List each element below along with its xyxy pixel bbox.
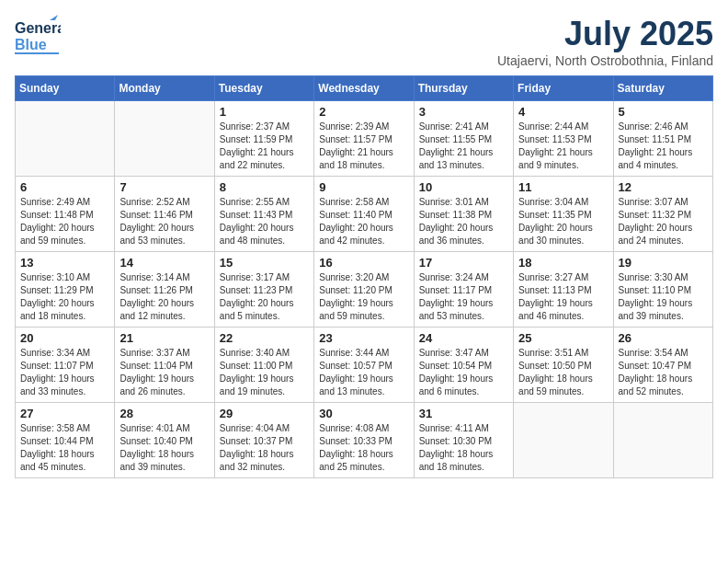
day-number: 20 bbox=[20, 331, 109, 345]
day-info: Sunrise: 3:34 AM Sunset: 11:07 PM Daylig… bbox=[20, 347, 109, 398]
calendar-cell: 8Sunrise: 2:55 AM Sunset: 11:43 PM Dayli… bbox=[214, 177, 313, 252]
calendar-cell: 29Sunrise: 4:04 AM Sunset: 10:37 PM Dayl… bbox=[214, 403, 313, 478]
calendar-cell: 18Sunrise: 3:27 AM Sunset: 11:13 PM Dayl… bbox=[514, 252, 613, 327]
day-info: Sunrise: 3:24 AM Sunset: 11:17 PM Daylig… bbox=[419, 271, 508, 323]
day-number: 6 bbox=[20, 180, 109, 194]
day-number: 16 bbox=[319, 256, 408, 270]
day-info: Sunrise: 2:39 AM Sunset: 11:57 PM Daylig… bbox=[319, 121, 408, 172]
day-info: Sunrise: 2:58 AM Sunset: 11:40 PM Daylig… bbox=[319, 196, 408, 247]
day-number: 21 bbox=[119, 331, 209, 345]
calendar-cell: 5Sunrise: 2:46 AM Sunset: 11:51 PM Dayli… bbox=[613, 101, 712, 177]
day-info: Sunrise: 3:04 AM Sunset: 11:35 PM Daylig… bbox=[518, 196, 608, 247]
day-info: Sunrise: 3:37 AM Sunset: 11:04 PM Daylig… bbox=[119, 347, 209, 398]
calendar-cell: 11Sunrise: 3:04 AM Sunset: 11:35 PM Dayl… bbox=[514, 177, 613, 252]
day-number: 29 bbox=[220, 407, 309, 420]
calendar-cell: 7Sunrise: 2:52 AM Sunset: 11:46 PM Dayli… bbox=[115, 177, 214, 252]
calendar-cell: 27Sunrise: 3:58 AM Sunset: 10:44 PM Dayl… bbox=[16, 403, 115, 478]
weekday-tuesday: Tuesday bbox=[214, 76, 313, 101]
day-info: Sunrise: 4:01 AM Sunset: 10:40 PM Daylig… bbox=[119, 422, 209, 474]
calendar-cell: 19Sunrise: 3:30 AM Sunset: 11:10 PM Dayl… bbox=[613, 252, 712, 327]
calendar-cell: 22Sunrise: 3:40 AM Sunset: 11:00 PM Dayl… bbox=[214, 327, 313, 403]
day-number: 23 bbox=[319, 331, 408, 345]
day-number: 13 bbox=[20, 256, 109, 270]
calendar-cell: 14Sunrise: 3:14 AM Sunset: 11:26 PM Dayl… bbox=[115, 252, 214, 327]
week-row-1: 1Sunrise: 2:37 AM Sunset: 11:59 PM Dayli… bbox=[16, 101, 713, 177]
day-info: Sunrise: 3:10 AM Sunset: 11:29 PM Daylig… bbox=[20, 271, 109, 323]
calendar-cell: 28Sunrise: 4:01 AM Sunset: 10:40 PM Dayl… bbox=[115, 403, 214, 478]
day-number: 2 bbox=[319, 105, 408, 119]
day-info: Sunrise: 2:52 AM Sunset: 11:46 PM Daylig… bbox=[119, 196, 209, 247]
calendar-body: 1Sunrise: 2:37 AM Sunset: 11:59 PM Dayli… bbox=[16, 101, 713, 478]
day-info: Sunrise: 2:55 AM Sunset: 11:43 PM Daylig… bbox=[220, 196, 309, 247]
day-number: 15 bbox=[220, 256, 309, 270]
day-number: 5 bbox=[619, 105, 708, 119]
weekday-wednesday: Wednesday bbox=[314, 76, 414, 101]
day-number: 14 bbox=[119, 256, 209, 270]
weekday-header-row: SundayMondayTuesdayWednesdayThursdayFrid… bbox=[16, 76, 713, 101]
calendar-cell: 12Sunrise: 3:07 AM Sunset: 11:32 PM Dayl… bbox=[613, 177, 712, 252]
day-number: 27 bbox=[20, 407, 109, 420]
day-info: Sunrise: 3:54 AM Sunset: 10:47 PM Daylig… bbox=[619, 347, 708, 398]
calendar-cell: 20Sunrise: 3:34 AM Sunset: 11:07 PM Dayl… bbox=[16, 327, 115, 403]
calendar-cell: 10Sunrise: 3:01 AM Sunset: 11:38 PM Dayl… bbox=[414, 177, 513, 252]
day-info: Sunrise: 2:49 AM Sunset: 11:48 PM Daylig… bbox=[20, 196, 109, 247]
week-row-3: 13Sunrise: 3:10 AM Sunset: 11:29 PM Dayl… bbox=[16, 252, 713, 327]
day-info: Sunrise: 3:30 AM Sunset: 11:10 PM Daylig… bbox=[619, 271, 708, 323]
calendar-cell: 17Sunrise: 3:24 AM Sunset: 11:17 PM Dayl… bbox=[414, 252, 513, 327]
day-info: Sunrise: 4:11 AM Sunset: 10:30 PM Daylig… bbox=[419, 422, 508, 474]
calendar-cell: 23Sunrise: 3:44 AM Sunset: 10:57 PM Dayl… bbox=[314, 327, 414, 403]
day-number: 19 bbox=[619, 256, 708, 270]
day-info: Sunrise: 3:14 AM Sunset: 11:26 PM Daylig… bbox=[119, 271, 209, 323]
calendar-cell: 15Sunrise: 3:17 AM Sunset: 11:23 PM Dayl… bbox=[214, 252, 313, 327]
day-number: 31 bbox=[419, 407, 508, 420]
calendar-cell: 3Sunrise: 2:41 AM Sunset: 11:55 PM Dayli… bbox=[414, 101, 513, 177]
day-info: Sunrise: 3:47 AM Sunset: 10:54 PM Daylig… bbox=[419, 347, 508, 398]
day-info: Sunrise: 2:41 AM Sunset: 11:55 PM Daylig… bbox=[419, 121, 508, 172]
calendar-cell: 26Sunrise: 3:54 AM Sunset: 10:47 PM Dayl… bbox=[613, 327, 712, 403]
calendar-cell bbox=[613, 403, 712, 478]
logo: General Blue bbox=[15, 15, 61, 59]
svg-text:General: General bbox=[15, 20, 61, 36]
calendar-cell bbox=[514, 403, 613, 478]
day-number: 12 bbox=[619, 180, 708, 194]
day-number: 8 bbox=[220, 180, 309, 194]
calendar-cell: 21Sunrise: 3:37 AM Sunset: 11:04 PM Dayl… bbox=[115, 327, 214, 403]
week-row-2: 6Sunrise: 2:49 AM Sunset: 11:48 PM Dayli… bbox=[16, 177, 713, 252]
week-row-5: 27Sunrise: 3:58 AM Sunset: 10:44 PM Dayl… bbox=[16, 403, 713, 478]
day-number: 18 bbox=[518, 256, 608, 270]
day-number: 22 bbox=[220, 331, 309, 345]
page-header: General Blue July 2025 Utajaervi, North … bbox=[15, 15, 713, 68]
day-info: Sunrise: 3:17 AM Sunset: 11:23 PM Daylig… bbox=[220, 271, 309, 323]
day-info: Sunrise: 3:07 AM Sunset: 11:32 PM Daylig… bbox=[619, 196, 708, 247]
day-number: 9 bbox=[319, 180, 408, 194]
month-title: July 2025 bbox=[497, 15, 713, 53]
weekday-monday: Monday bbox=[115, 76, 214, 101]
weekday-saturday: Saturday bbox=[613, 76, 712, 101]
calendar-table: SundayMondayTuesdayWednesdayThursdayFrid… bbox=[15, 75, 713, 478]
day-number: 4 bbox=[518, 105, 608, 119]
calendar-cell: 30Sunrise: 4:08 AM Sunset: 10:33 PM Dayl… bbox=[314, 403, 414, 478]
calendar-cell: 4Sunrise: 2:44 AM Sunset: 11:53 PM Dayli… bbox=[514, 101, 613, 177]
weekday-thursday: Thursday bbox=[414, 76, 513, 101]
day-number: 28 bbox=[119, 407, 209, 420]
day-number: 11 bbox=[518, 180, 608, 194]
day-info: Sunrise: 3:44 AM Sunset: 10:57 PM Daylig… bbox=[319, 347, 408, 398]
day-info: Sunrise: 3:51 AM Sunset: 10:50 PM Daylig… bbox=[518, 347, 608, 398]
calendar-cell: 25Sunrise: 3:51 AM Sunset: 10:50 PM Dayl… bbox=[514, 327, 613, 403]
calendar-cell: 1Sunrise: 2:37 AM Sunset: 11:59 PM Dayli… bbox=[214, 101, 313, 177]
calendar-cell: 13Sunrise: 3:10 AM Sunset: 11:29 PM Dayl… bbox=[16, 252, 115, 327]
day-info: Sunrise: 2:44 AM Sunset: 11:53 PM Daylig… bbox=[518, 121, 608, 172]
calendar-cell: 24Sunrise: 3:47 AM Sunset: 10:54 PM Dayl… bbox=[414, 327, 513, 403]
day-info: Sunrise: 4:08 AM Sunset: 10:33 PM Daylig… bbox=[319, 422, 408, 474]
day-number: 26 bbox=[619, 331, 708, 345]
day-info: Sunrise: 3:58 AM Sunset: 10:44 PM Daylig… bbox=[20, 422, 109, 474]
day-info: Sunrise: 3:27 AM Sunset: 11:13 PM Daylig… bbox=[518, 271, 608, 323]
calendar-cell: 2Sunrise: 2:39 AM Sunset: 11:57 PM Dayli… bbox=[314, 101, 414, 177]
calendar-cell: 6Sunrise: 2:49 AM Sunset: 11:48 PM Dayli… bbox=[16, 177, 115, 252]
day-number: 7 bbox=[119, 180, 209, 194]
day-number: 1 bbox=[220, 105, 309, 119]
day-info: Sunrise: 3:01 AM Sunset: 11:38 PM Daylig… bbox=[419, 196, 508, 247]
day-info: Sunrise: 3:20 AM Sunset: 11:20 PM Daylig… bbox=[319, 271, 408, 323]
day-info: Sunrise: 2:37 AM Sunset: 11:59 PM Daylig… bbox=[220, 121, 309, 172]
weekday-sunday: Sunday bbox=[16, 76, 115, 101]
